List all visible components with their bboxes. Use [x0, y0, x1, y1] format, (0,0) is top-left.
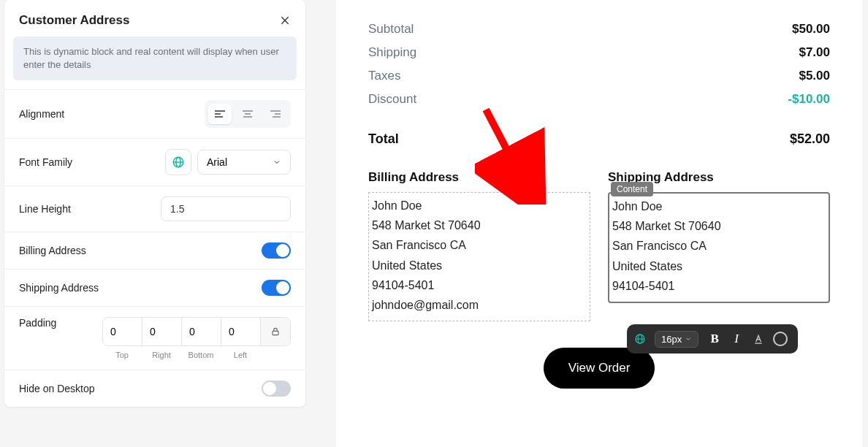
billing-address-block[interactable]: John Doe 548 Market St 70640 San Francis… [368, 192, 590, 321]
padding-top-input[interactable] [103, 318, 142, 345]
alignment-buttons [205, 100, 291, 128]
billing-line: John Doe [372, 196, 587, 215]
circle-icon [773, 332, 788, 346]
shipping-line: John Doe [612, 196, 826, 216]
padding-label: Padding [19, 317, 56, 329]
summary-discount: Discount -$10.00 [368, 88, 830, 111]
text-color-icon [753, 333, 764, 345]
billing-toggle[interactable] [262, 242, 291, 259]
text-color-button[interactable] [748, 329, 769, 349]
align-left-button[interactable] [208, 104, 232, 124]
close-icon[interactable] [279, 15, 291, 26]
shipping-line: San Francisco CA [612, 236, 826, 256]
svg-rect-14 [273, 332, 278, 335]
font-family-value: Arial [207, 156, 227, 168]
billing-line: San Francisco CA [372, 235, 587, 255]
padding-bottom-label: Bottom [181, 351, 221, 359]
taxes-label: Taxes [368, 69, 400, 83]
summary-total: Total $52.00 [368, 131, 830, 147]
billing-toggle-label: Billing Address [19, 245, 86, 256]
summary-shipping: Shipping $7.00 [368, 41, 830, 64]
font-size-select[interactable]: 16px [655, 331, 698, 348]
bold-button[interactable]: B [704, 329, 725, 349]
padding-inputs [102, 317, 291, 346]
hide-desktop-row: Hide on Desktop [4, 370, 305, 407]
billing-line: United States [372, 256, 587, 275]
billing-line: 548 Market St 70640 [372, 215, 587, 235]
billing-title: Billing Address [368, 170, 590, 185]
billing-line: johndoe@gmail.com [372, 295, 587, 315]
taxes-value: $5.00 [799, 69, 830, 83]
sidebar-title: Customer Address [19, 13, 129, 28]
shipping-toggle-row: Shipping Address [4, 269, 305, 306]
line-height-label: Line Height [19, 203, 71, 215]
shipping-line: 94104-5401 [612, 276, 826, 296]
shipping-toggle-label: Shipping Address [19, 282, 99, 294]
shipping-column: Shipping Address Content John Doe 548 Ma… [608, 170, 830, 321]
sidebar-header: Customer Address [4, 0, 305, 37]
content-badge: Content [611, 182, 653, 196]
font-family-label: Font Family [19, 156, 72, 168]
shipping-label: Shipping [368, 45, 416, 60]
line-height-input[interactable] [161, 196, 291, 221]
shipping-address-block[interactable]: John Doe 548 Market St 70640 San Francis… [608, 192, 830, 303]
shipping-line: 548 Market St 70640 [612, 216, 826, 236]
padding-left-input[interactable] [221, 318, 261, 345]
dynamic-notice: This is dynamic block and real content w… [13, 37, 297, 80]
shipping-value: $7.00 [799, 45, 830, 60]
line-height-row: Line Height [4, 186, 305, 232]
subtotal-label: Subtotal [368, 22, 414, 37]
padding-lock-button[interactable] [261, 318, 290, 345]
background-color-button[interactable] [770, 329, 791, 349]
alignment-label: Alignment [19, 108, 64, 120]
hide-desktop-toggle[interactable] [262, 381, 291, 397]
total-label: Total [368, 131, 399, 147]
summary-taxes: Taxes $5.00 [368, 64, 830, 88]
font-family-row: Font Family Arial [4, 138, 305, 186]
hide-desktop-label: Hide on Desktop [19, 383, 95, 394]
address-columns: Billing Address John Doe 548 Market St 7… [368, 170, 830, 321]
text-format-toolbar: 16px B I [627, 324, 798, 354]
padding-bottom-input[interactable] [182, 318, 221, 345]
billing-toggle-row: Billing Address [4, 232, 305, 269]
shipping-toggle[interactable] [262, 280, 291, 296]
lock-icon [270, 326, 281, 337]
padding-left-label: Left [221, 351, 260, 359]
preview-pane: Subtotal $50.00 Shipping $7.00 Taxes $5.… [336, 0, 862, 447]
settings-sidebar: Customer Address This is dynamic block a… [4, 0, 305, 407]
toolbar-globe-button[interactable] [631, 330, 649, 348]
padding-row: Padding Top Right Bottom Left [4, 306, 305, 370]
alignment-row: Alignment [4, 89, 305, 138]
font-size-value: 16px [661, 334, 682, 345]
font-family-select[interactable]: Arial [197, 150, 291, 175]
padding-top-label: Top [102, 351, 142, 359]
discount-label: Discount [368, 92, 416, 107]
chevron-down-icon [685, 335, 692, 343]
padding-right-label: Right [142, 351, 181, 359]
font-globe-button[interactable] [165, 149, 191, 175]
shipping-line: United States [612, 256, 826, 276]
discount-value: -$10.00 [788, 92, 830, 107]
chevron-down-icon [273, 158, 281, 167]
padding-right-input[interactable] [142, 318, 182, 345]
summary-subtotal: Subtotal $50.00 [368, 18, 830, 41]
view-order-button[interactable]: View Order [544, 348, 655, 389]
subtotal-value: $50.00 [792, 22, 830, 37]
billing-line: 94104-5401 [372, 275, 587, 295]
italic-button[interactable]: I [726, 329, 747, 349]
align-right-button[interactable] [264, 104, 287, 124]
billing-column: Billing Address John Doe 548 Market St 7… [368, 170, 590, 321]
total-value: $52.00 [790, 131, 830, 147]
align-center-button[interactable] [236, 104, 259, 124]
